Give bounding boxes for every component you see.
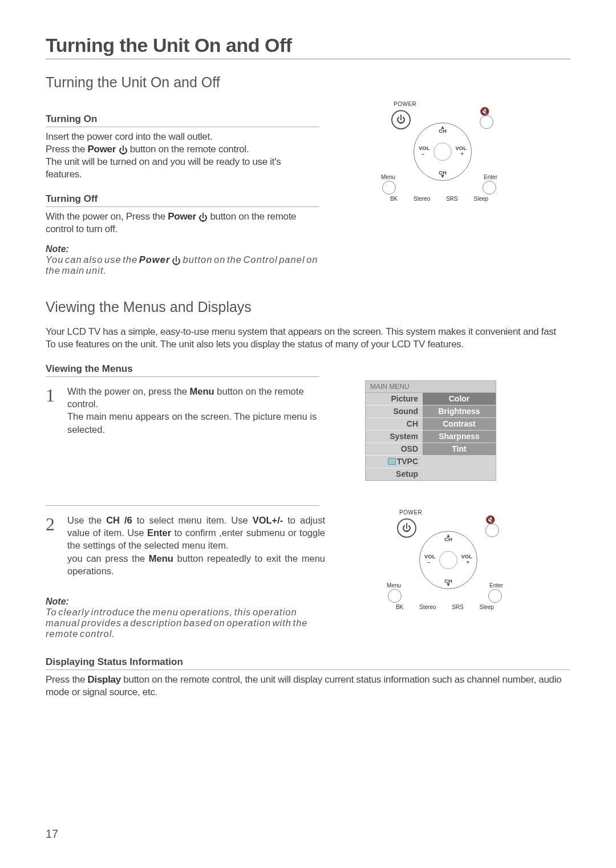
remote-diagram: POWER 🔇 ⏻ ▲ CH CH ▼ VOL – VOL + Menu Ent… (388, 509, 502, 612)
remote-mute-button (485, 524, 499, 537)
note1-body: You can also use the Power ⏻ button on t… (46, 254, 319, 276)
note1-b: Power (139, 254, 171, 265)
note1-head: Note: (46, 244, 319, 254)
rule-viewing (46, 376, 319, 377)
remote-power-button: ⏻ (397, 518, 416, 538)
osd-right-item: Tint (423, 443, 496, 456)
osd-left-item: OSD (366, 443, 423, 456)
remote-dpad: ▲ CH CH ▼ VOL – VOL + (414, 123, 472, 181)
off-power-word: Power (168, 211, 196, 222)
mute-icon: 🔇 (480, 107, 489, 116)
osd-right-item: Color (423, 393, 496, 405)
remote-bottom-labels: BK Stereo SRS Sleep (388, 604, 502, 610)
remote-menu-label: Menu (387, 582, 401, 589)
power-icon: ⏻ (119, 145, 128, 157)
rule-on (46, 127, 319, 127)
osd-title: MAIN MENU (365, 380, 496, 392)
on-line2c: button on the remote control. (127, 144, 249, 155)
on-power-word: Power (88, 144, 116, 155)
turning-on-head: Turning On (46, 113, 319, 125)
step-1-num: 1 (46, 385, 57, 436)
step-2-num: 2 (46, 514, 57, 577)
power-icon: ⏻ (198, 212, 208, 224)
osd-left-item: Sound (366, 405, 423, 418)
note2-head: Note: (46, 597, 325, 607)
note1-a: You can also use the (46, 254, 139, 265)
osd-right-item: Sharpness (423, 431, 496, 443)
ch-up-label: CH (444, 536, 452, 542)
off-body: With the power on, Press the Power ⏻ but… (46, 210, 319, 236)
osd-left-column: Picture Sound CH System OSD TVPC Setup (366, 393, 423, 480)
turning-off-head: Turning Off (46, 193, 319, 205)
osd-left-item: TVPC (366, 456, 423, 468)
remote-enter-label: Enter (484, 174, 497, 180)
page-title: Turning the Unit On and Off (46, 34, 570, 56)
remote-enter-button (483, 181, 496, 194)
status-body: Press the Display button on the remote c… (46, 674, 570, 699)
status-head: Displaying Status Information (46, 656, 570, 668)
remote-enter-button (488, 589, 502, 603)
osd-right-item: Brightness (423, 405, 496, 418)
osd-right-column: Color Brightness Contrast Sharpness Tint (423, 393, 496, 480)
rule-off (46, 206, 319, 207)
on-line3: The unit will be turned on and you will … (46, 156, 281, 180)
note2-body: To clearly introduce the menu operations… (46, 607, 325, 639)
osd-right-item: Contrast (423, 418, 496, 431)
remote-dpad: ▲ CH CH ▼ VOL – VOL + (419, 531, 477, 589)
mute-icon: 🔇 (485, 515, 495, 524)
remote-enter-label: Enter (489, 582, 503, 589)
page-number: 17 (46, 828, 58, 841)
step-2: 2 Use the CH /6 to select menu item. Use… (46, 514, 325, 577)
arrow-down-icon: ▼ (446, 582, 451, 587)
ch-up-label: CH (439, 128, 447, 134)
remote-menu-label: Menu (381, 174, 395, 180)
menus-subtitle: Viewing the Menus and Displays (46, 299, 570, 315)
subtitle: Turning the Unit On and Off (46, 74, 570, 91)
power-icon: ⏻ (396, 115, 406, 125)
remote-power-button: ⏻ (391, 110, 411, 129)
osd-left-item: Picture (366, 393, 423, 405)
vol-plus-label: + (466, 559, 469, 565)
vol-plus-label: + (460, 151, 464, 157)
title-rule (46, 59, 570, 59)
power-icon: ⏻ (172, 256, 181, 266)
on-body: Insert the power cord into the wall outl… (46, 131, 319, 181)
off-line1a: With the power on, Press the (46, 211, 168, 222)
osd-left-item: CH (366, 418, 423, 431)
remote-menu-button (382, 181, 396, 194)
arrow-down-icon: ▼ (440, 173, 445, 179)
menus-intro: Your LCD TV has a simple, easy-to-use me… (46, 326, 570, 351)
vol-minus-label: – (427, 559, 430, 565)
remote-power-label: POWER (399, 509, 422, 516)
remote-mute-button (480, 115, 493, 129)
vol-minus-label: – (422, 151, 424, 157)
on-line2a: Press the (46, 144, 88, 155)
osd-menu: MAIN MENU Picture Sound CH System OSD TV… (365, 380, 496, 481)
osd-left-item: System (366, 431, 423, 443)
remote-power-label: POWER (394, 101, 416, 107)
remote-diagram: POWER 🔇 ⏻ ▲ CH CH ▼ VOL – VOL + Menu Ent… (382, 101, 496, 204)
remote-bottom-labels: BK Stereo SRS Sleep (382, 196, 496, 202)
step-1-body: With the power on, press the Menu button… (67, 385, 319, 436)
remote-menu-button (388, 589, 402, 603)
power-icon: ⏻ (402, 523, 411, 533)
rule-step2 (46, 505, 319, 506)
rule-status (46, 670, 570, 670)
on-line1: Insert the power cord into the wall outl… (46, 131, 212, 142)
viewing-menus-head: Viewing the Menus (46, 363, 570, 375)
osd-left-item: Setup (366, 468, 423, 480)
step-1: 1 With the power on, press the Menu butt… (46, 385, 319, 436)
step-2-body: Use the CH /6 to select menu item. Use V… (67, 514, 325, 577)
